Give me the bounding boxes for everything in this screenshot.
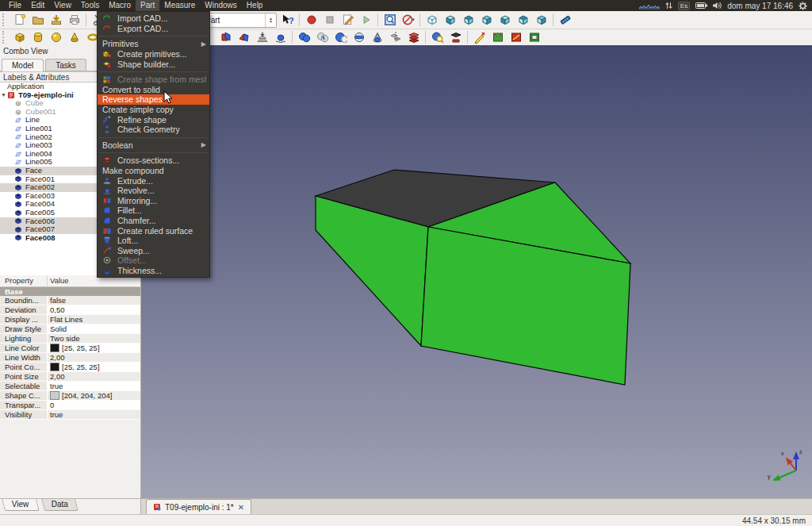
menu-item-import-cad[interactable]: Import CAD...: [98, 13, 209, 24]
workbench-selector[interactable]: Part▲▼: [201, 13, 277, 28]
join-embed-button[interactable]: [235, 30, 253, 45]
tab-tasks[interactable]: Tasks: [45, 59, 86, 71]
menu-macro[interactable]: Macro: [104, 0, 136, 11]
network-updown-icon[interactable]: [665, 2, 672, 10]
property-row[interactable]: Point Co...[25, 25, 25]: [0, 363, 140, 372]
spinner-arrows-icon[interactable]: ▲▼: [265, 13, 276, 27]
property-row[interactable]: Selectabletrue: [0, 382, 140, 391]
expand-arrow-icon[interactable]: ▼: [0, 91, 7, 100]
whats-this-button[interactable]: ?: [278, 13, 297, 28]
toolbar-drag-handle[interactable]: [2, 31, 8, 44]
extrude-button[interactable]: [253, 30, 271, 45]
new-document-button[interactable]: [10, 13, 29, 28]
boolean-common-button[interactable]: [313, 30, 331, 45]
fit-all-button[interactable]: [381, 13, 399, 28]
clock[interactable]: dom may 17 16:46: [727, 2, 793, 10]
bottom-view-button[interactable]: [514, 13, 532, 28]
menu-view[interactable]: View: [49, 0, 76, 11]
menu-item-loft[interactable]: Loft...: [98, 236, 209, 246]
print-button[interactable]: [65, 13, 83, 28]
battery-icon[interactable]: [695, 2, 707, 9]
menu-item-reverse-shapes[interactable]: Reverse shapes: [98, 94, 209, 105]
fillet-tool-button[interactable]: [368, 30, 386, 45]
volume-icon[interactable]: [713, 2, 722, 10]
menu-item-mirroring[interactable]: Mirroring...: [98, 196, 209, 206]
close-tab-icon[interactable]: ✕: [238, 503, 244, 512]
property-column-header[interactable]: Property: [0, 275, 48, 286]
property-row[interactable]: Visibilitytrue: [0, 410, 140, 420]
join-connect-button[interactable]: [216, 30, 235, 45]
measure-linear-button[interactable]: [556, 13, 574, 28]
menu-item-create-simple-copy[interactable]: Create simple copy: [98, 105, 209, 115]
menu-item-convert-to-solid[interactable]: Convert to solid: [98, 85, 209, 95]
menu-item-chamfer[interactable]: Chamfer...: [98, 216, 209, 226]
boolean-cut-button[interactable]: [331, 30, 350, 45]
property-row[interactable]: Deviation0,50: [0, 305, 140, 315]
boolean-union-button[interactable]: [295, 30, 313, 45]
property-group-base[interactable]: Base: [0, 287, 140, 296]
property-row[interactable]: Draw StyleSolid: [0, 324, 140, 334]
mirroring-tool-button[interactable]: [386, 30, 404, 45]
menu-tools[interactable]: Tools: [76, 0, 104, 11]
menu-help[interactable]: Help: [242, 0, 268, 11]
section-button[interactable]: [350, 30, 368, 45]
front-view-button[interactable]: [441, 13, 459, 28]
menu-item-export-cad[interactable]: Export CAD...: [98, 24, 209, 34]
right-view-button[interactable]: [477, 13, 496, 28]
menu-edit[interactable]: Edit: [26, 0, 49, 11]
property-value[interactable]: 0: [48, 401, 140, 409]
toolbar-drag-handle[interactable]: [2, 13, 8, 26]
box-primitive-button[interactable]: [10, 30, 29, 45]
property-row[interactable]: Shape C...[204, 204, 204]: [0, 391, 140, 401]
property-value[interactable]: Flat Lines: [48, 315, 140, 324]
save-button[interactable]: [47, 13, 65, 28]
top-view-button[interactable]: [459, 13, 477, 28]
menu-item-shape-builder[interactable]: Shape builder...: [98, 59, 209, 69]
macro-play-button[interactable]: [357, 13, 375, 28]
property-value[interactable]: 2,00: [48, 372, 140, 381]
menu-item-create-primitives[interactable]: Create primitives...: [98, 49, 209, 60]
left-view-button[interactable]: [532, 13, 550, 28]
menu-file[interactable]: File: [4, 0, 26, 11]
menu-item-fillet[interactable]: Fillet...: [98, 205, 209, 216]
property-row[interactable]: LightingTwo side: [0, 334, 140, 344]
property-row[interactable]: Display ...Flat Lines: [0, 315, 140, 324]
property-value[interactable]: true: [48, 382, 140, 390]
bottom-tab-view[interactable]: View: [2, 499, 39, 511]
check-geometry-button[interactable]: [428, 30, 446, 45]
sweep-tool-button[interactable]: [525, 30, 543, 45]
menu-item-revolve[interactable]: Revolve...: [98, 186, 209, 196]
menu-item-boolean[interactable]: Boolean▶: [98, 140, 209, 151]
property-value[interactable]: [204, 204, 204]: [48, 391, 140, 400]
bottom-tab-data[interactable]: Data: [41, 499, 79, 511]
loft-tool-button[interactable]: [507, 30, 525, 45]
keyboard-layout-indicator[interactable]: Es: [678, 2, 690, 10]
property-row[interactable]: Point Size2,00: [0, 372, 140, 382]
ruled-surface-button[interactable]: [488, 30, 507, 45]
axonometric-view-button[interactable]: [423, 13, 441, 28]
3d-viewport[interactable]: z x y: [141, 45, 812, 498]
macro-stop-button[interactable]: [320, 13, 339, 28]
3d-solid-shape[interactable]: [141, 45, 812, 498]
open-document-button[interactable]: [29, 13, 47, 28]
property-value[interactable]: 0,50: [48, 305, 140, 314]
menu-item-thickness[interactable]: Thickness...: [98, 266, 209, 276]
menu-item-make-compound[interactable]: Make compound: [98, 166, 209, 176]
menu-item-primitives[interactable]: Primitives▶: [98, 39, 209, 49]
property-value[interactable]: Solid: [48, 324, 140, 333]
property-value[interactable]: [25, 25, 25]: [48, 363, 140, 371]
tab-model[interactable]: Model: [2, 59, 44, 71]
cylinder-primitive-button[interactable]: [29, 30, 47, 45]
property-value[interactable]: false: [48, 296, 140, 305]
menu-windows[interactable]: Windows: [200, 0, 242, 11]
menu-item-create-ruled-surface[interactable]: Create ruled surface: [98, 225, 209, 236]
menu-part[interactable]: Part: [136, 0, 159, 11]
property-row[interactable]: Transpar...0: [0, 401, 140, 410]
cross-sections-button[interactable]: [404, 30, 423, 45]
session-gear-icon[interactable]: [799, 2, 807, 10]
system-load-graph-icon[interactable]: [639, 2, 660, 10]
edit-shape-button[interactable]: [470, 30, 488, 45]
rear-view-button[interactable]: [496, 13, 514, 28]
draw-style-button[interactable]: ▾: [399, 13, 417, 28]
menu-measure[interactable]: Measure: [159, 0, 200, 11]
